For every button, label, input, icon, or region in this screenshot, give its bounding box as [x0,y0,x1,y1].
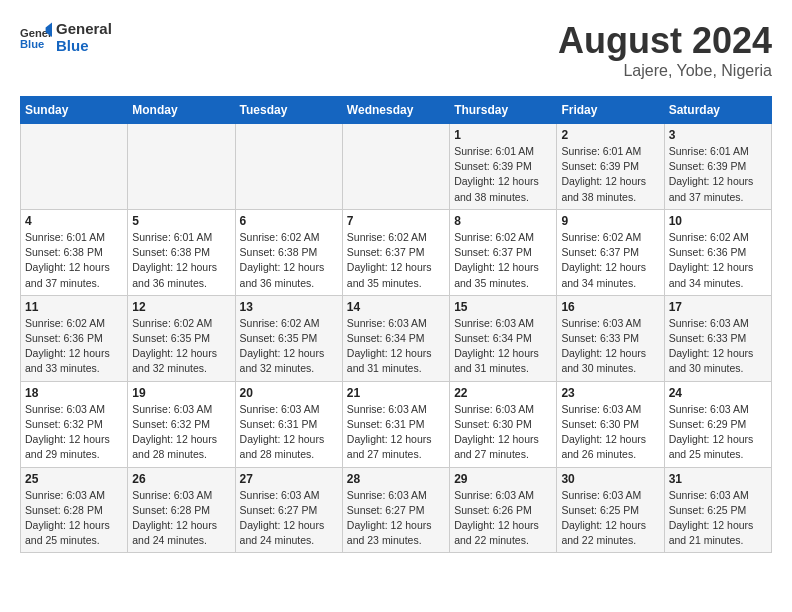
day-detail: Sunrise: 6:03 AM Sunset: 6:31 PM Dayligh… [240,402,338,463]
day-number: 22 [454,386,552,400]
day-number: 8 [454,214,552,228]
header-day-wednesday: Wednesday [342,97,449,124]
day-detail: Sunrise: 6:03 AM Sunset: 6:28 PM Dayligh… [132,488,230,549]
day-detail: Sunrise: 6:03 AM Sunset: 6:30 PM Dayligh… [454,402,552,463]
header-row: SundayMondayTuesdayWednesdayThursdayFrid… [21,97,772,124]
calendar-body: 1Sunrise: 6:01 AM Sunset: 6:39 PM Daylig… [21,124,772,553]
calendar-cell: 9Sunrise: 6:02 AM Sunset: 6:37 PM Daylig… [557,209,664,295]
calendar-week-1: 1Sunrise: 6:01 AM Sunset: 6:39 PM Daylig… [21,124,772,210]
day-number: 3 [669,128,767,142]
day-number: 2 [561,128,659,142]
calendar-cell: 16Sunrise: 6:03 AM Sunset: 6:33 PM Dayli… [557,295,664,381]
day-number: 16 [561,300,659,314]
calendar-cell [128,124,235,210]
calendar-cell: 12Sunrise: 6:02 AM Sunset: 6:35 PM Dayli… [128,295,235,381]
day-detail: Sunrise: 6:03 AM Sunset: 6:25 PM Dayligh… [669,488,767,549]
day-detail: Sunrise: 6:03 AM Sunset: 6:32 PM Dayligh… [25,402,123,463]
logo-text-line1: General [56,20,112,37]
calendar-cell: 1Sunrise: 6:01 AM Sunset: 6:39 PM Daylig… [450,124,557,210]
calendar-cell: 22Sunrise: 6:03 AM Sunset: 6:30 PM Dayli… [450,381,557,467]
header-day-friday: Friday [557,97,664,124]
day-detail: Sunrise: 6:03 AM Sunset: 6:28 PM Dayligh… [25,488,123,549]
header-day-monday: Monday [128,97,235,124]
day-detail: Sunrise: 6:03 AM Sunset: 6:31 PM Dayligh… [347,402,445,463]
day-detail: Sunrise: 6:02 AM Sunset: 6:37 PM Dayligh… [561,230,659,291]
day-number: 28 [347,472,445,486]
svg-text:Blue: Blue [20,38,44,50]
calendar-cell: 26Sunrise: 6:03 AM Sunset: 6:28 PM Dayli… [128,467,235,553]
header-day-thursday: Thursday [450,97,557,124]
day-detail: Sunrise: 6:03 AM Sunset: 6:33 PM Dayligh… [561,316,659,377]
calendar-cell: 7Sunrise: 6:02 AM Sunset: 6:37 PM Daylig… [342,209,449,295]
day-number: 13 [240,300,338,314]
calendar-cell: 18Sunrise: 6:03 AM Sunset: 6:32 PM Dayli… [21,381,128,467]
day-detail: Sunrise: 6:02 AM Sunset: 6:37 PM Dayligh… [347,230,445,291]
calendar-table: SundayMondayTuesdayWednesdayThursdayFrid… [20,96,772,553]
calendar-cell: 21Sunrise: 6:03 AM Sunset: 6:31 PM Dayli… [342,381,449,467]
day-detail: Sunrise: 6:01 AM Sunset: 6:38 PM Dayligh… [132,230,230,291]
day-number: 24 [669,386,767,400]
day-detail: Sunrise: 6:02 AM Sunset: 6:38 PM Dayligh… [240,230,338,291]
month-year-title: August 2024 [558,20,772,62]
day-detail: Sunrise: 6:03 AM Sunset: 6:27 PM Dayligh… [347,488,445,549]
day-detail: Sunrise: 6:03 AM Sunset: 6:27 PM Dayligh… [240,488,338,549]
calendar-cell: 24Sunrise: 6:03 AM Sunset: 6:29 PM Dayli… [664,381,771,467]
calendar-cell: 8Sunrise: 6:02 AM Sunset: 6:37 PM Daylig… [450,209,557,295]
day-detail: Sunrise: 6:03 AM Sunset: 6:34 PM Dayligh… [454,316,552,377]
day-number: 10 [669,214,767,228]
day-detail: Sunrise: 6:03 AM Sunset: 6:34 PM Dayligh… [347,316,445,377]
header-day-saturday: Saturday [664,97,771,124]
day-detail: Sunrise: 6:02 AM Sunset: 6:35 PM Dayligh… [132,316,230,377]
calendar-week-3: 11Sunrise: 6:02 AM Sunset: 6:36 PM Dayli… [21,295,772,381]
day-detail: Sunrise: 6:01 AM Sunset: 6:39 PM Dayligh… [669,144,767,205]
day-detail: Sunrise: 6:03 AM Sunset: 6:30 PM Dayligh… [561,402,659,463]
header-day-tuesday: Tuesday [235,97,342,124]
calendar-cell: 15Sunrise: 6:03 AM Sunset: 6:34 PM Dayli… [450,295,557,381]
day-number: 18 [25,386,123,400]
calendar-cell [235,124,342,210]
day-number: 4 [25,214,123,228]
calendar-cell: 23Sunrise: 6:03 AM Sunset: 6:30 PM Dayli… [557,381,664,467]
calendar-cell [21,124,128,210]
day-detail: Sunrise: 6:02 AM Sunset: 6:36 PM Dayligh… [669,230,767,291]
day-number: 20 [240,386,338,400]
day-number: 7 [347,214,445,228]
day-number: 6 [240,214,338,228]
day-detail: Sunrise: 6:01 AM Sunset: 6:39 PM Dayligh… [454,144,552,205]
location-subtitle: Lajere, Yobe, Nigeria [558,62,772,80]
calendar-cell: 13Sunrise: 6:02 AM Sunset: 6:35 PM Dayli… [235,295,342,381]
calendar-cell: 31Sunrise: 6:03 AM Sunset: 6:25 PM Dayli… [664,467,771,553]
calendar-cell: 14Sunrise: 6:03 AM Sunset: 6:34 PM Dayli… [342,295,449,381]
calendar-cell: 4Sunrise: 6:01 AM Sunset: 6:38 PM Daylig… [21,209,128,295]
day-number: 23 [561,386,659,400]
calendar-cell: 27Sunrise: 6:03 AM Sunset: 6:27 PM Dayli… [235,467,342,553]
calendar-cell: 17Sunrise: 6:03 AM Sunset: 6:33 PM Dayli… [664,295,771,381]
calendar-cell: 11Sunrise: 6:02 AM Sunset: 6:36 PM Dayli… [21,295,128,381]
day-number: 19 [132,386,230,400]
day-number: 25 [25,472,123,486]
day-detail: Sunrise: 6:02 AM Sunset: 6:35 PM Dayligh… [240,316,338,377]
title-area: August 2024 Lajere, Yobe, Nigeria [558,20,772,80]
day-number: 30 [561,472,659,486]
day-detail: Sunrise: 6:01 AM Sunset: 6:38 PM Dayligh… [25,230,123,291]
logo-text-line2: Blue [56,37,112,54]
calendar-week-2: 4Sunrise: 6:01 AM Sunset: 6:38 PM Daylig… [21,209,772,295]
day-detail: Sunrise: 6:03 AM Sunset: 6:32 PM Dayligh… [132,402,230,463]
calendar-cell: 6Sunrise: 6:02 AM Sunset: 6:38 PM Daylig… [235,209,342,295]
day-detail: Sunrise: 6:03 AM Sunset: 6:25 PM Dayligh… [561,488,659,549]
day-detail: Sunrise: 6:03 AM Sunset: 6:29 PM Dayligh… [669,402,767,463]
calendar-cell: 2Sunrise: 6:01 AM Sunset: 6:39 PM Daylig… [557,124,664,210]
page-header: General Blue General Blue August 2024 La… [20,20,772,80]
day-number: 29 [454,472,552,486]
day-number: 17 [669,300,767,314]
day-detail: Sunrise: 6:02 AM Sunset: 6:36 PM Dayligh… [25,316,123,377]
day-detail: Sunrise: 6:01 AM Sunset: 6:39 PM Dayligh… [561,144,659,205]
day-number: 1 [454,128,552,142]
header-day-sunday: Sunday [21,97,128,124]
day-number: 31 [669,472,767,486]
day-detail: Sunrise: 6:03 AM Sunset: 6:33 PM Dayligh… [669,316,767,377]
day-number: 15 [454,300,552,314]
calendar-cell: 3Sunrise: 6:01 AM Sunset: 6:39 PM Daylig… [664,124,771,210]
calendar-cell: 28Sunrise: 6:03 AM Sunset: 6:27 PM Dayli… [342,467,449,553]
calendar-header: SundayMondayTuesdayWednesdayThursdayFrid… [21,97,772,124]
